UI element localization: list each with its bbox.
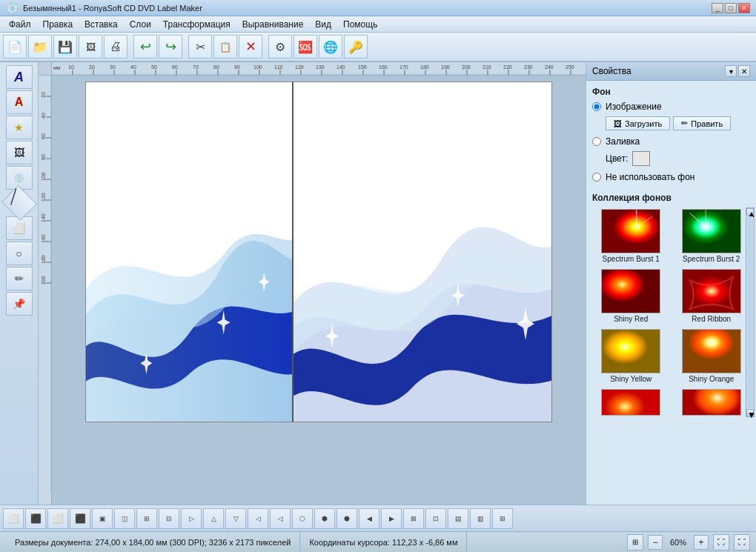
help-button[interactable]: 🆘 [294, 35, 317, 59]
menu-layers[interactable]: Слои [124, 18, 157, 31]
thumb-sb1 [601, 209, 660, 253]
menu-edit[interactable]: Правка [37, 18, 79, 31]
thumb-shiny-yellow [601, 329, 660, 373]
none-radio[interactable] [592, 173, 601, 182]
search-button[interactable]: 🔑 [344, 35, 368, 59]
open-button[interactable]: 📁 [28, 35, 52, 59]
print-button[interactable]: 🖨 [104, 35, 127, 59]
maximize-button[interactable]: □ [725, 3, 737, 13]
menu-align[interactable]: Выравнивание [236, 18, 310, 31]
menu-help[interactable]: Помощь [337, 18, 383, 31]
image-button[interactable]: 🖼 [79, 35, 102, 59]
svg-text:230: 230 [524, 64, 533, 70]
bt-btn-6[interactable]: ◫ [114, 508, 135, 529]
close-button[interactable]: ✕ [738, 3, 750, 13]
canvas-right-panel: 1progs.ru 1progs.ru 1progs.ru [294, 82, 552, 422]
menu-file[interactable]: Файл [3, 18, 37, 31]
bt-btn-1[interactable]: ⬜ [3, 508, 24, 529]
bt-btn-21[interactable]: ▤ [448, 508, 468, 529]
bt-btn-4[interactable]: ⬛ [70, 508, 90, 529]
collection-item-extra2[interactable] [673, 388, 751, 417]
zoom-out-btn[interactable]: − [648, 535, 663, 550]
delete-button[interactable]: ✕ [239, 35, 262, 59]
fit-btn[interactable]: ⛶ [713, 534, 729, 551]
canvas-left-panel: 1progs.ru 1progs.ru 1progs.ru 1progs.ru … [86, 82, 294, 422]
svg-text:мм: мм [53, 65, 61, 70]
status-bar: Размеры документа: 274,00 x 184,00 мм (3… [0, 531, 756, 552]
grid-btn[interactable]: ⊞ [627, 534, 643, 551]
svg-rect-83 [602, 210, 660, 253]
bt-btn-23[interactable]: ⊞ [492, 508, 513, 529]
bt-btn-8[interactable]: ⊟ [159, 508, 179, 529]
none-radio-row: Не использовать фон [592, 172, 750, 182]
fullscreen-btn[interactable]: ⛶ [734, 534, 750, 551]
minimize-button[interactable]: _ [712, 3, 723, 13]
bt-btn-9[interactable]: ▷ [181, 508, 202, 529]
fancy-text-tool[interactable]: A [6, 90, 33, 114]
bt-btn-17[interactable]: ◀ [359, 508, 379, 529]
collection-item-extra1[interactable] [592, 388, 670, 417]
cut-button[interactable]: ✂ [188, 35, 212, 59]
panel-dropdown[interactable]: ▾ [725, 65, 737, 77]
bt-btn-16[interactable]: ⬣ [336, 508, 357, 529]
bt-btn-15[interactable]: ⬢ [314, 508, 335, 529]
bt-btn-22[interactable]: ▥ [470, 508, 491, 529]
collection-item-shiny-orange[interactable]: Shiny Orange [673, 327, 751, 385]
text-tool[interactable]: A [6, 65, 33, 89]
edit-button[interactable]: ✏ Править [673, 116, 731, 130]
color-picker[interactable] [632, 151, 650, 166]
scroll-down[interactable]: ▼ [746, 409, 754, 416]
zoom-in-btn[interactable]: + [694, 535, 709, 550]
thumb-shiny-yellow-label: Shiny Yellow [610, 375, 651, 383]
svg-text:20: 20 [89, 64, 95, 70]
bt-btn-7[interactable]: ⊞ [136, 508, 157, 529]
collection-item-shiny-red[interactable]: Shiny Red [592, 267, 670, 325]
bt-btn-3[interactable]: ⬜ [47, 508, 68, 529]
pin-tool[interactable]: 📌 [6, 292, 33, 316]
menu-transform[interactable]: Трансформация [157, 18, 236, 31]
svg-text:90: 90 [234, 64, 240, 70]
collection-item-sb1[interactable]: Spectrum Burst 1 [592, 207, 670, 265]
load-button[interactable]: 🖼 Загрузить [606, 116, 670, 130]
svg-text:180: 180 [41, 255, 46, 264]
ellipse-tool[interactable]: ○ [6, 242, 33, 265]
panel-header-title: Свойства [592, 66, 631, 76]
settings-button[interactable]: ⚙ [268, 35, 292, 59]
pencil-tool[interactable]: ✏ [6, 267, 33, 290]
fill-radio[interactable] [592, 137, 601, 146]
ruler-top: мм 10 20 30 40 50 60 70 80 90 100 110 12… [39, 62, 586, 76]
menu-insert[interactable]: Вставка [79, 18, 124, 31]
bt-btn-13[interactable]: ◁ [270, 508, 291, 529]
cursor-section: Координаты курсора: 112,23 x -6,86 мм [300, 532, 467, 552]
web-button[interactable]: 🌐 [319, 35, 342, 59]
new-button[interactable]: 📄 [3, 35, 27, 59]
window-controls: _ □ ✕ [712, 3, 750, 13]
bt-btn-19[interactable]: ⊠ [403, 508, 424, 529]
bt-btn-20[interactable]: ⊡ [425, 508, 446, 529]
save-button[interactable]: 💾 [53, 35, 77, 59]
bt-btn-10[interactable]: △ [203, 508, 224, 529]
star-shape-tool[interactable]: ★ [6, 116, 33, 139]
canvas-workspace[interactable]: 1progs.ru 1progs.ru 1progs.ru 1progs.ru … [52, 76, 586, 505]
bt-btn-11[interactable]: ▽ [225, 508, 246, 529]
collection-item-shiny-yellow[interactable]: Shiny Yellow [592, 327, 670, 385]
redo-button[interactable]: ↪ [159, 35, 182, 59]
collection-label: Коллекция фонов [592, 193, 750, 203]
copy-button[interactable]: 📋 [213, 35, 237, 59]
bt-btn-2[interactable]: ⬛ [25, 508, 46, 529]
bt-btn-12[interactable]: ◁ [248, 508, 268, 529]
line-tool[interactable]: ╲ [1, 185, 36, 221]
image-tool[interactable]: 🖼 [6, 141, 33, 164]
bt-btn-18[interactable]: ▶ [381, 508, 402, 529]
image-radio[interactable] [592, 102, 601, 111]
menu-view[interactable]: Вид [309, 18, 337, 31]
bt-btn-5[interactable]: ▣ [92, 508, 113, 529]
bt-btn-14[interactable]: ⬡ [292, 508, 313, 529]
scroll-up[interactable]: ▲ [746, 208, 754, 216]
scrollbar[interactable]: ▲ ▼ [746, 207, 755, 417]
panel-close[interactable]: ✕ [738, 65, 750, 77]
undo-button[interactable]: ↩ [133, 35, 157, 59]
collection-item-red-ribbon[interactable]: Red Ribbon [673, 267, 751, 325]
panel-header: Свойства ▾ ✕ [586, 62, 756, 81]
collection-item-sb2[interactable]: Spectrum Burst 2 [673, 207, 751, 265]
